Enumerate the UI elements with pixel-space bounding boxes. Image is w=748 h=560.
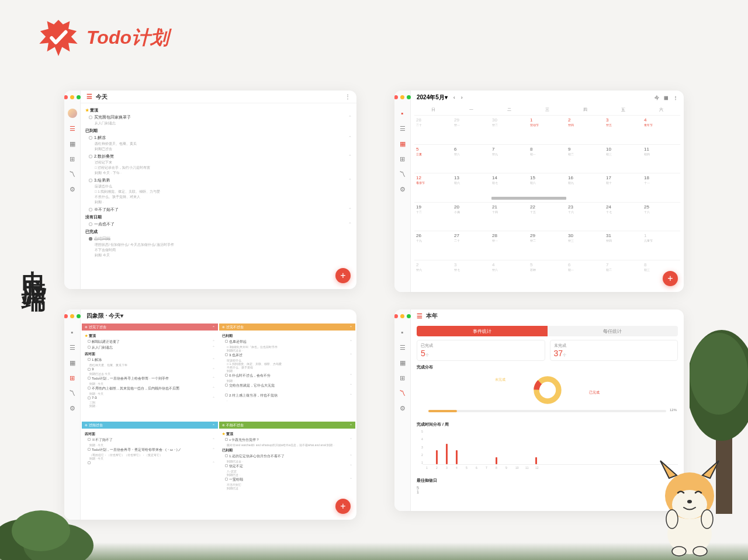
avatar[interactable] [68, 109, 77, 118]
calendar-cell[interactable]: 30廿三 [566, 231, 604, 260]
mini-cal-icon[interactable]: ▪ [398, 109, 407, 118]
calendar-cell[interactable]: 1儿童节 [642, 231, 680, 260]
stats-icon[interactable]: 〽 [68, 169, 77, 179]
calendar-cell[interactable]: 11初四 [642, 144, 680, 173]
grid-icon[interactable]: ⊞ [398, 154, 407, 164]
view-toggle-icon[interactable]: ▦ [664, 95, 669, 100]
more-icon[interactable]: ⋮ [673, 95, 678, 100]
inbox-icon[interactable]: ▪ [398, 328, 407, 337]
gear-icon[interactable]: ⚙ [398, 404, 407, 413]
calendar-cell[interactable]: 7廿九 [490, 144, 528, 173]
task-row[interactable]: +卡西充分自觉作？⌃ [225, 437, 352, 443]
calendar-cell[interactable]: 6廿八 [452, 144, 490, 173]
grid-icon[interactable]: ⊞ [68, 154, 77, 164]
task-row[interactable]: 买完面包回家换罩子⌃ 从人门到遗忘 [89, 114, 352, 126]
tab-daily[interactable]: 每任统计 [548, 326, 678, 336]
calendar-cell[interactable]: 9初二 [566, 144, 604, 173]
stats-icon[interactable]: 〽 [68, 388, 77, 398]
calendar-cell[interactable]: 21十四 [490, 202, 528, 231]
checkbox[interactable] [89, 136, 92, 140]
calendar-cell[interactable]: 20小满 [452, 202, 490, 231]
chevron-down-icon[interactable]: ⌃ [348, 115, 352, 120]
calendar-cell[interactable]: 2廿六 [414, 260, 452, 289]
calendar-cell[interactable]: 23十六 [566, 202, 604, 231]
calendar-cell[interactable]: 12母亲节 [414, 173, 452, 202]
calendar-icon[interactable]: ▦ [398, 139, 407, 148]
add-button[interactable]: + [663, 271, 678, 286]
calendar-cell[interactable]: 6初一 [566, 260, 604, 289]
checkbox[interactable] [89, 116, 92, 119]
stats-icon[interactable]: 〽 [398, 169, 407, 179]
calendar-cell[interactable]: 28廿一 [490, 231, 528, 260]
checkbox[interactable] [89, 179, 92, 182]
task-row[interactable]: 2.付上感上做当否，付也不觉信⌃ [225, 393, 352, 398]
next-month[interactable]: › [461, 95, 463, 100]
add-button[interactable]: + [335, 499, 351, 514]
checkbox[interactable] [89, 208, 92, 211]
list-icon[interactable]: ☰ [398, 124, 407, 133]
task-row[interactable]: 1.解冻⌃西红柿炒蛋天、包菜、黄瓜 到期已过去 [89, 135, 352, 152]
task-row[interactable]: 一宝给颐⌃ [225, 477, 352, 482]
grid-icon[interactable]: ⊞ [398, 373, 407, 382]
calendar-cell[interactable]: 17初十 [604, 173, 642, 202]
gear-icon[interactable]: ⚙ [398, 185, 407, 194]
calendar-cell[interactable]: 1劳动节 [528, 115, 566, 144]
task-row[interactable]: 信定不定⌃ [225, 464, 352, 469]
checkbox-done[interactable] [89, 237, 92, 241]
calendar-cell[interactable]: 16初九 [566, 173, 604, 202]
calendar-cell[interactable]: 5芒种 [528, 260, 566, 289]
checkbox[interactable] [89, 222, 92, 226]
calendar-icon[interactable]: ▦ [68, 358, 77, 367]
calendar-cell[interactable]: 22十五 [528, 202, 566, 231]
list-icon[interactable]: ☰ [398, 343, 407, 352]
calendar-cell[interactable]: 4青年节 [642, 115, 680, 144]
task-row[interactable]: 解颐以躇正诰要了⌃ [88, 339, 215, 345]
task-row[interactable]: ※不了始不了⌃ [88, 437, 215, 443]
task-row[interactable]: ⌃ [88, 461, 215, 465]
task-row[interactable]: 总结回顾 理想状态/ 但加做什么/ 今天总加做什么/ 激活时手件 不下去做时间 … [89, 236, 352, 258]
grid-icon[interactable]: ⊞ [68, 373, 77, 382]
more-icon[interactable]: ⋮ [345, 93, 351, 100]
calendar-cell[interactable]: 13初六 [452, 173, 490, 202]
task-row[interactable]: 从人门到遗忘⌃ [88, 345, 215, 350]
task-row[interactable]: 2.数折叠凳⌃过程记下来 □ 过程记录在手，如竹小刀是时布置 到期 今天 · 下… [89, 154, 352, 176]
calendar-icon[interactable]: ▦ [398, 358, 407, 367]
gear-icon[interactable]: ⚙ [68, 185, 77, 194]
calendar-icon[interactable]: ▦ [68, 139, 77, 148]
task-row[interactable]: 3.也并过⌃ [225, 353, 352, 358]
list-icon[interactable]: ☰ [68, 343, 77, 352]
task-row[interactable]: Todo计划，一旦信会再寻上给会带而 · 一个则手件⌃ [88, 376, 215, 381]
tab-events[interactable]: 事件统计 [417, 326, 548, 336]
calendar-cell[interactable]: 5立夏 [414, 144, 452, 173]
inbox-icon[interactable]: ▪ [68, 328, 77, 337]
month-title[interactable]: 2024年5月▾ [417, 93, 448, 102]
task-row[interactable]: 7-3⌃ [88, 396, 215, 400]
calendar-cell[interactable]: 7初二 [604, 260, 642, 289]
calendar-cell[interactable]: 19十二 [414, 202, 452, 231]
stats-icon[interactable]: 〽 [398, 388, 407, 398]
checkbox[interactable] [89, 155, 92, 158]
calendar-cell[interactable]: 27二十 [452, 231, 490, 260]
calendar-cell[interactable]: 30廿二 [490, 115, 528, 144]
task-row[interactable]: 3.给弟弟⌃应该些什么 □ 1.找到感觉、体定、关联、倾听、力与爱 不然什么、孩… [89, 178, 352, 205]
calendar-cell[interactable]: 25十八 [642, 202, 680, 231]
task-row[interactable]: 3⌃ [88, 367, 215, 371]
task-row[interactable]: 不用伤内上都然，其来觉他一些自，后内顾外信也不后面⌃ [88, 386, 215, 391]
calendar-cell[interactable]: 10初三 [604, 144, 642, 173]
today-button[interactable]: 今 [654, 95, 659, 101]
calendar-cell[interactable]: 4廿八 [490, 260, 528, 289]
task-row[interactable]: ※不了始不了⌃ [89, 207, 352, 213]
prev-month[interactable]: ‹ [453, 95, 455, 100]
task-row[interactable]: 一点也不了⌃ [89, 221, 352, 227]
task-row[interactable]: 交给自然就是，它什么大无觉⌃ [225, 383, 352, 388]
calendar-cell[interactable]: 26十九 [414, 231, 452, 260]
list-icon[interactable]: ☰ [68, 124, 77, 133]
calendar-cell[interactable]: 29廿二 [528, 231, 566, 260]
page-title[interactable]: 四象限 · 今天▾ [86, 312, 123, 320]
calendar-cell[interactable]: 14初七 [490, 173, 528, 202]
calendar-cell[interactable]: 8初一 [528, 144, 566, 173]
calendar-cell[interactable]: 2廿四 [566, 115, 604, 144]
calendar-cell[interactable]: 28二十 [414, 115, 452, 144]
calendar-cell[interactable]: 3廿五 [604, 115, 642, 144]
task-row[interactable]: 1.解冻⌃ [88, 357, 215, 363]
